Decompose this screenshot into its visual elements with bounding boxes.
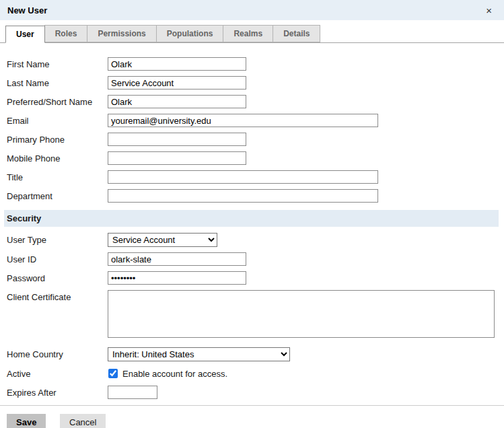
first-name-input[interactable] (108, 57, 246, 71)
primary-phone-input[interactable] (108, 133, 246, 146)
password-row: Password (7, 271, 504, 285)
tab-realms[interactable]: Realms (223, 25, 273, 42)
user-type-label: User Type (7, 235, 108, 245)
tab-bar: User Roles Permissions Populations Realm… (0, 20, 504, 43)
client-certificate-label: Client Certificate (7, 290, 108, 302)
active-checkbox-wrap: Enable account for access. (108, 369, 227, 379)
expires-after-row: Expires After (7, 386, 504, 399)
preferred-short-name-row: Preferred/Short Name (7, 95, 504, 108)
tab-populations[interactable]: Populations (156, 25, 224, 42)
user-type-select[interactable]: Service Account (108, 233, 217, 247)
active-checkbox[interactable] (108, 369, 118, 378)
close-icon[interactable]: × (483, 4, 495, 17)
expires-after-input[interactable] (108, 386, 157, 399)
tab-user[interactable]: User (5, 26, 45, 43)
client-certificate-textarea[interactable] (108, 290, 495, 338)
mobile-phone-label: Mobile Phone (7, 153, 108, 164)
active-checkbox-label: Enable account for access. (122, 369, 227, 379)
tab-roles[interactable]: Roles (44, 25, 88, 42)
primary-phone-label: Primary Phone (7, 135, 108, 145)
active-label: Active (7, 369, 108, 379)
client-certificate-row: Client Certificate (7, 290, 504, 338)
user-type-row: User Type Service Account (7, 233, 504, 247)
title-input[interactable] (108, 170, 378, 184)
last-name-row: Last Name (7, 76, 504, 90)
department-row: Department (7, 189, 504, 203)
home-country-select[interactable]: Inherit: United States (108, 347, 290, 361)
primary-phone-row: Primary Phone (7, 133, 504, 146)
user-form: First Name Last Name Preferred/Short Nam… (0, 43, 504, 399)
last-name-label: Last Name (7, 78, 108, 88)
last-name-input[interactable] (108, 76, 246, 90)
preferred-short-name-input[interactable] (108, 95, 246, 108)
security-section-heading: Security (4, 210, 499, 227)
dialog-title: New User (7, 5, 47, 15)
expires-after-label: Expires After (7, 388, 108, 398)
department-label: Department (7, 191, 108, 201)
first-name-label: First Name (7, 59, 108, 69)
tab-details[interactable]: Details (273, 25, 320, 42)
title-row: Title (7, 170, 504, 184)
password-input[interactable] (108, 271, 246, 285)
email-row: Email (7, 114, 504, 127)
user-id-input[interactable] (108, 252, 246, 266)
dialog-footer: Save Cancel (0, 405, 504, 428)
user-id-label: User ID (7, 254, 108, 264)
email-label: Email (7, 116, 108, 126)
preferred-short-name-label: Preferred/Short Name (7, 97, 108, 107)
title-label: Title (7, 172, 108, 182)
cancel-button[interactable]: Cancel (60, 414, 106, 428)
tab-permissions[interactable]: Permissions (87, 25, 156, 42)
mobile-phone-row: Mobile Phone (7, 151, 504, 165)
password-label: Password (7, 273, 108, 283)
home-country-row: Home Country Inherit: United States (7, 347, 504, 361)
active-row: Active Enable account for access. (7, 367, 504, 380)
email-input[interactable] (108, 114, 378, 127)
department-input[interactable] (108, 189, 378, 203)
mobile-phone-input[interactable] (108, 151, 246, 165)
save-button[interactable]: Save (7, 414, 46, 428)
home-country-label: Home Country (7, 349, 108, 359)
user-id-row: User ID (7, 252, 504, 266)
dialog-header: New User × (0, 0, 504, 20)
first-name-row: First Name (7, 57, 504, 71)
